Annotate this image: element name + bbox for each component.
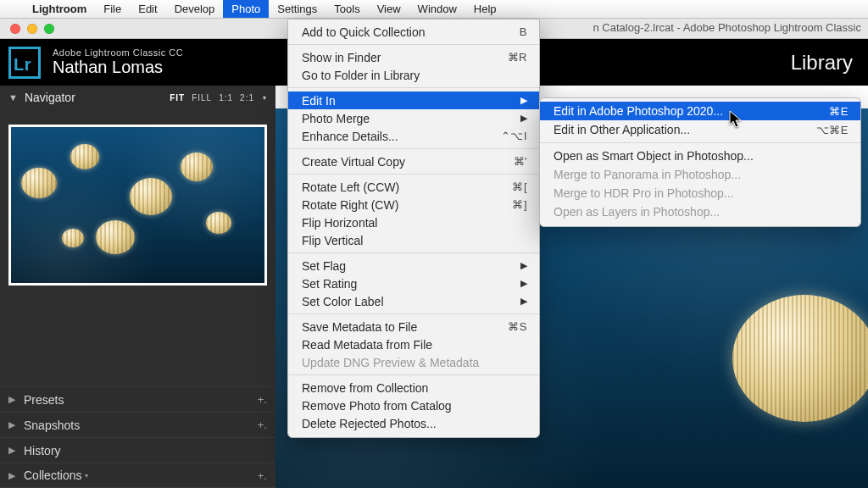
navigator-thumbnail[interactable] — [8, 125, 267, 286]
nav-opt-1to1[interactable]: 1:1 — [219, 93, 233, 103]
submenu-arrow-icon: ▶ — [520, 95, 527, 106]
menu-item-add-quick-collection[interactable]: Add to Quick Collection B — [288, 23, 539, 41]
panel-label: Snapshots — [24, 419, 80, 432]
panel-label: History — [24, 444, 61, 458]
submenu-item-layers: Open as Layers in Photoshop... — [540, 202, 860, 221]
menu-file[interactable]: File — [95, 0, 130, 18]
snapshots-panel-header[interactable]: ▶ Snapshots +. — [0, 412, 275, 437]
menu-item-create-virtual-copy[interactable]: Create Virtual Copy ⌘' — [288, 152, 539, 170]
menu-item-label: Add to Quick Collection — [302, 25, 426, 39]
app-menu[interactable]: Lightroom — [24, 0, 95, 18]
menu-item-go-to-folder[interactable]: Go to Folder in Library — [288, 66, 539, 84]
traffic-lights — [0, 24, 54, 34]
submenu-arrow-icon: ▶ — [520, 278, 527, 289]
menu-item-flip-vertical[interactable]: Flip Vertical — [288, 231, 539, 249]
add-icon[interactable]: +. — [258, 469, 267, 482]
submenu-arrow-icon: ▶ — [520, 113, 527, 124]
shortcut-text: ⌘E — [829, 105, 849, 118]
menu-item-set-rating[interactable]: Set Rating ▶ — [288, 274, 539, 292]
collections-panel-header[interactable]: ▶ Collections ▾ +. — [0, 463, 275, 488]
shortcut-text: ⌘S — [508, 320, 527, 333]
menu-item-read-metadata[interactable]: Read Metadata from File — [288, 336, 539, 353]
menu-edit[interactable]: Edit — [130, 0, 165, 18]
shortcut-text: ⌘[ — [512, 180, 527, 193]
menu-item-label: Rotate Right (CW) — [302, 198, 398, 212]
menu-develop[interactable]: Develop — [166, 0, 224, 18]
menu-item-delete-rejected[interactable]: Delete Rejected Photos... — [288, 414, 539, 432]
menu-item-label: Flip Vertical — [302, 234, 363, 247]
close-window-button[interactable] — [10, 24, 20, 34]
left-panel: ▼ Navigator FIT FILL 1:1 2:1 ▾ ▶ Presets — [0, 86, 275, 488]
submenu-item-edit-other[interactable]: Edit in Other Application... ⌥⌘E — [540, 120, 860, 139]
chevron-down-icon[interactable]: ▾ — [85, 472, 88, 480]
menu-settings[interactable]: Settings — [269, 0, 326, 18]
menu-item-label: Save Metadata to File — [302, 320, 417, 334]
menu-item-flip-horizontal[interactable]: Flip Horizontal — [288, 214, 539, 231]
menu-window[interactable]: Window — [409, 0, 465, 18]
menu-item-update-dng: Update DNG Preview & Metadata — [288, 353, 539, 371]
menu-item-enhance-details[interactable]: Enhance Details... ⌃⌥I — [288, 127, 539, 145]
menu-photo[interactable]: Photo — [223, 0, 269, 18]
menu-item-photo-merge[interactable]: Photo Merge ▶ — [288, 109, 539, 127]
menu-item-label: Edit in Adobe Photoshop 2020... — [554, 104, 723, 118]
nav-opt-fill[interactable]: FILL — [192, 93, 212, 103]
menu-item-remove-from-catalog[interactable]: Remove Photo from Catalog — [288, 396, 539, 414]
add-icon[interactable]: +. — [258, 393, 267, 406]
menu-tools[interactable]: Tools — [326, 0, 368, 18]
menu-item-edit-in[interactable]: Edit In ▶ — [288, 92, 539, 109]
zoom-window-button[interactable] — [44, 24, 54, 34]
panel-label: Presets — [24, 393, 64, 407]
menu-item-label: Remove from Collection — [302, 381, 428, 395]
jellyfish-icon — [21, 168, 57, 198]
identity-line1: Adobe Lightroom Classic CC — [53, 47, 183, 58]
history-panel-header[interactable]: ▶ History — [0, 437, 275, 463]
shortcut-text: ⌥⌘E — [816, 124, 849, 136]
menu-item-label: Rotate Left (CCW) — [302, 180, 399, 194]
menu-item-label: Read Metadata from File — [302, 338, 432, 352]
menu-item-rotate-right[interactable]: Rotate Right (CW) ⌘] — [288, 196, 539, 214]
jellyfish-icon — [70, 144, 99, 169]
identity-text: Adobe Lightroom Classic CC Nathan Lomas — [53, 47, 183, 77]
add-icon[interactable]: +. — [258, 419, 267, 431]
jellyfish-icon — [62, 229, 84, 247]
menu-item-save-metadata[interactable]: Save Metadata to File ⌘S — [288, 318, 539, 336]
triangle-right-icon: ▶ — [8, 394, 15, 405]
menu-item-label: Go to Folder in Library — [302, 69, 420, 82]
menu-item-label: Merge to HDR Pro in Photoshop... — [554, 186, 733, 200]
menu-item-set-flag[interactable]: Set Flag ▶ — [288, 257, 539, 274]
navigator-title: Navigator — [25, 91, 75, 104]
triangle-down-icon: ▼ — [8, 92, 18, 103]
menu-item-show-in-finder[interactable]: Show in Finder ⌘R — [288, 48, 539, 66]
chevron-down-icon[interactable]: ▾ — [263, 94, 267, 102]
menu-item-label: Open as Smart Object in Photoshop... — [554, 149, 754, 163]
menu-item-rotate-left[interactable]: Rotate Left (CCW) ⌘[ — [288, 178, 539, 196]
jellyfish-icon — [96, 220, 135, 254]
mac-menubar: Lightroom File Edit Develop Photo Settin… — [0, 0, 868, 19]
shortcut-text: ⌘] — [512, 198, 527, 211]
triangle-right-icon: ▶ — [8, 419, 15, 430]
presets-panel-header[interactable]: ▶ Presets +. — [0, 386, 275, 412]
edit-in-submenu: Edit in Adobe Photoshop 2020... ⌘E Edit … — [539, 97, 861, 227]
navigator-panel-header[interactable]: ▼ Navigator FIT FILL 1:1 2:1 ▾ — [0, 86, 275, 109]
menu-item-label: Edit In — [302, 94, 336, 108]
menu-view[interactable]: View — [369, 0, 409, 18]
menu-help[interactable]: Help — [465, 0, 505, 18]
jellyfish-icon — [732, 295, 868, 422]
menu-item-label: Set Flag — [302, 259, 346, 273]
menu-item-label: Enhance Details... — [302, 130, 398, 143]
menu-item-label: Photo Merge — [302, 112, 370, 125]
jellyfish-icon — [206, 212, 231, 234]
menu-item-set-color-label[interactable]: Set Color Label ▶ — [288, 292, 539, 310]
nav-opt-fit[interactable]: FIT — [170, 93, 185, 103]
navigator-zoom-options[interactable]: FIT FILL 1:1 2:1 ▾ — [170, 93, 267, 103]
minimize-window-button[interactable] — [27, 24, 37, 34]
triangle-right-icon: ▶ — [8, 445, 15, 456]
menu-item-remove-from-collection[interactable]: Remove from Collection — [288, 379, 539, 396]
lightroom-logo: Lr — [8, 47, 41, 79]
photo-menu-dropdown: Add to Quick Collection B Show in Finder… — [287, 19, 540, 438]
menu-item-label: Create Virtual Copy — [302, 155, 405, 169]
submenu-item-smart-object[interactable]: Open as Smart Object in Photoshop... — [540, 147, 860, 165]
submenu-item-edit-photoshop[interactable]: Edit in Adobe Photoshop 2020... ⌘E — [540, 102, 860, 120]
nav-opt-ratio[interactable]: 2:1 — [240, 93, 254, 103]
module-picker-library[interactable]: Library — [791, 51, 853, 75]
